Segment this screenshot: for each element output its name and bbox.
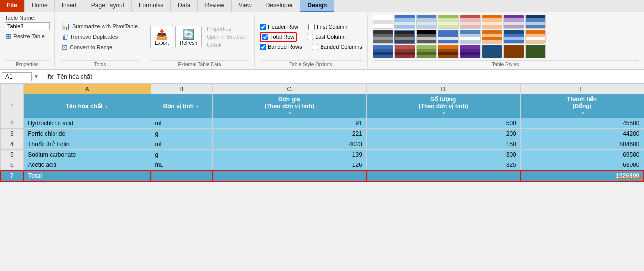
col-header-a[interactable]: A — [24, 84, 151, 94]
style-swatch-24[interactable] — [525, 45, 546, 58]
cell-ref-dropdown[interactable]: ▼ — [34, 74, 39, 79]
first-column-checkbox[interactable] — [308, 24, 315, 30]
cell-r1-c2[interactable]: Đơn giá(Theo đơn vị tính)▼ — [212, 94, 366, 118]
cell-r5-c1[interactable]: g — [151, 150, 212, 160]
cell-r6-c3[interactable]: 325 — [366, 160, 520, 171]
cell-r2-c4[interactable]: 45500 — [520, 118, 644, 129]
style-swatch-18[interactable] — [394, 45, 415, 58]
style-swatch-17[interactable] — [373, 45, 393, 58]
open-browser-button[interactable]: Open in Browser — [205, 33, 249, 40]
cell-r2-c3[interactable]: 500 — [366, 118, 520, 129]
cell-r5-c0[interactable]: Sodium carbonate — [24, 150, 151, 160]
style-swatch-16[interactable] — [525, 30, 546, 44]
summarize-pivot-button[interactable]: 📊 Summarize with PivotTable — [60, 22, 140, 31]
style-swatch-14[interactable] — [482, 30, 502, 44]
filter-dropdown-icon[interactable]: ▼ — [581, 111, 585, 116]
style-swatch-1[interactable] — [373, 15, 393, 29]
cell-r6-c4[interactable]: 63000 — [520, 160, 644, 171]
row-header-3[interactable]: 3 — [0, 129, 24, 139]
cell-r4-c2[interactable]: 4023 — [212, 139, 366, 150]
style-swatch-11[interactable] — [416, 30, 437, 44]
style-swatch-9[interactable] — [373, 30, 393, 44]
cell-r3-c0[interactable]: Ferric chloride — [24, 129, 151, 139]
cell-ref-input[interactable] — [2, 72, 32, 81]
total-row-option[interactable]: Total Row — [262, 34, 294, 40]
cell-r5-c2[interactable]: 139 — [212, 150, 366, 160]
style-swatch-15[interactable] — [503, 30, 524, 44]
cell-r2-c1[interactable]: mL — [151, 118, 212, 129]
convert-to-range-button[interactable]: ⊡ Convert to Range — [60, 43, 114, 52]
tab-formulas[interactable]: Formulas — [132, 0, 171, 12]
refresh-button[interactable]: 🔄 Refresh — [175, 26, 202, 48]
resize-table-button[interactable]: ⊞ Resize Table — [5, 32, 46, 41]
cell-r3-c2[interactable]: 221 — [212, 129, 366, 139]
last-column-option[interactable]: Last Column — [307, 32, 346, 42]
tab-design[interactable]: Design — [300, 0, 334, 12]
style-swatch-2[interactable] — [394, 15, 415, 29]
tab-insert[interactable]: Insert — [55, 0, 84, 12]
filter-dropdown-icon[interactable]: ▼ — [104, 104, 108, 109]
tab-file[interactable]: File — [0, 0, 25, 12]
style-swatch-22[interactable] — [482, 45, 502, 58]
banded-columns-option[interactable]: Banded Columns — [312, 44, 362, 50]
cell-r4-c1[interactable]: mL — [151, 139, 212, 150]
total-row-checkbox[interactable] — [262, 34, 268, 40]
first-column-option[interactable]: First Column — [308, 24, 347, 30]
cell-r2-c0[interactable]: Hydrochloric acid — [24, 118, 151, 129]
col-header-e[interactable]: E — [520, 84, 644, 94]
cell-r7-c0[interactable]: Total — [24, 170, 151, 181]
style-swatch-3[interactable] — [416, 15, 437, 29]
table-name-input[interactable] — [5, 22, 50, 30]
cell-r6-c1[interactable]: mL — [151, 160, 212, 171]
last-column-checkbox[interactable] — [307, 34, 313, 40]
tab-developer[interactable]: Developer — [259, 0, 301, 12]
style-swatch-8[interactable] — [525, 15, 546, 29]
unlink-button[interactable]: Unlink — [205, 41, 249, 48]
style-swatch-10[interactable] — [394, 30, 415, 44]
cell-r6-c2[interactable]: 126 — [212, 160, 366, 171]
col-header-c[interactable]: C — [212, 84, 366, 94]
cell-r1-c0[interactable]: Tên hóa chất▼ — [24, 94, 151, 118]
style-swatch-5[interactable] — [460, 15, 481, 29]
style-swatch-20[interactable] — [438, 45, 459, 58]
cell-r2-c2[interactable]: 91 — [212, 118, 366, 129]
style-swatch-7[interactable] — [503, 15, 524, 29]
style-swatch-4[interactable] — [438, 15, 459, 29]
tab-view[interactable]: View — [232, 0, 259, 12]
banded-columns-checkbox[interactable] — [312, 44, 318, 50]
remove-duplicates-button[interactable]: 🗑 Remove Duplicates — [60, 32, 120, 41]
banded-rows-option[interactable]: Banded Rows — [260, 44, 302, 50]
cell-r3-c3[interactable]: 200 — [366, 129, 520, 139]
filter-dropdown-icon[interactable]: ▼ — [195, 104, 200, 109]
style-swatch-12[interactable] — [438, 30, 459, 44]
row-header-2[interactable]: 2 — [0, 118, 24, 129]
cell-r6-c0[interactable]: Acetic acid — [24, 160, 151, 171]
cell-r7-c1[interactable] — [151, 170, 212, 181]
tab-review[interactable]: Review — [198, 0, 231, 12]
export-button[interactable]: 📤 Export — [150, 26, 173, 48]
cell-r4-c3[interactable]: 150 — [366, 139, 520, 150]
style-swatch-19[interactable] — [416, 45, 437, 58]
cell-r7-c4[interactable]: 1026800msaban.net — [520, 170, 644, 181]
banded-rows-checkbox[interactable] — [260, 44, 266, 50]
style-swatch-23[interactable] — [503, 45, 524, 58]
style-swatch-6[interactable] — [482, 15, 502, 29]
cell-r4-c0[interactable]: Thuốc thử Folin — [24, 139, 151, 150]
cell-r1-c3[interactable]: Số lượng(Theo đơn vị tính)▼ — [366, 94, 520, 118]
tab-home[interactable]: Home — [25, 0, 55, 12]
cell-r7-c3[interactable] — [366, 170, 520, 181]
header-row-checkbox[interactable] — [260, 24, 266, 30]
cell-r1-c4[interactable]: Thành tiền(Đồng)▼ — [520, 94, 644, 118]
row-header-4[interactable]: 4 — [0, 139, 24, 150]
header-row-option[interactable]: Header Row — [260, 24, 298, 30]
cell-r5-c4[interactable]: 69500 — [520, 150, 644, 160]
properties-button[interactable]: Properties — [205, 25, 249, 32]
row-header-6[interactable]: 6 — [0, 160, 24, 171]
cell-r1-c1[interactable]: Đơn vị tính▼ — [151, 94, 212, 118]
tab-page-layout[interactable]: Page Layout — [84, 0, 132, 12]
col-header-b[interactable]: B — [151, 84, 212, 94]
row-header-7[interactable]: 7 — [0, 170, 24, 181]
row-header-5[interactable]: 5 — [0, 150, 24, 160]
filter-dropdown-icon[interactable]: ▼ — [288, 111, 292, 116]
cell-r7-c2[interactable] — [212, 170, 366, 181]
